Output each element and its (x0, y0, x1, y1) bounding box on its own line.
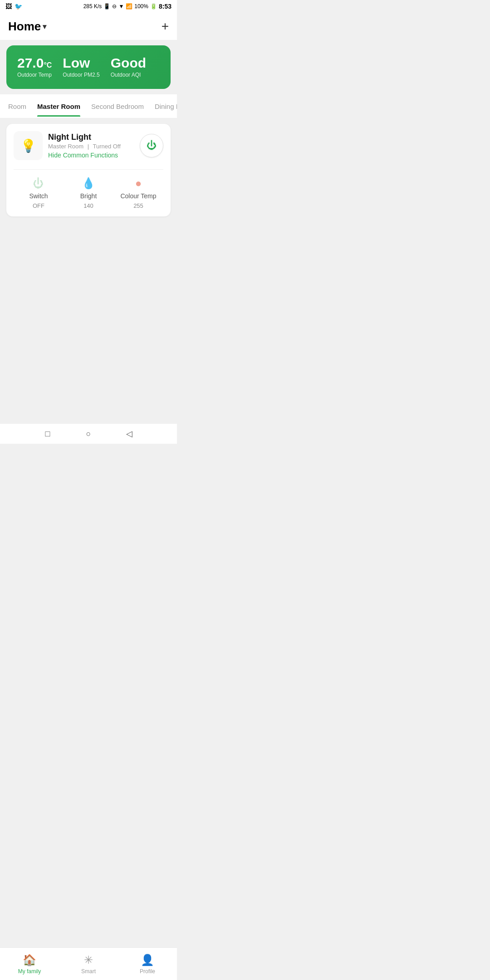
pm25-widget: Low Outdoor PM2.5 (63, 56, 99, 78)
aqi-value: Good (111, 56, 146, 70)
device-location-status: Master Room | Turned Off (48, 143, 134, 150)
tab-room[interactable]: Room (3, 96, 32, 117)
night-light-card: 💡 Night Light Master Room | Turned Off H… (6, 124, 171, 216)
weather-card: 27.0°C Outdoor Temp Low Outdoor PM2.5 Go… (6, 45, 171, 89)
power-icon: ⏻ (147, 140, 157, 152)
square-icon: □ (45, 429, 50, 439)
gallery-icon: 🖼 (5, 3, 12, 10)
tab-dining-room[interactable]: Dining Ro... (149, 96, 177, 117)
device-info: Night Light Master Room | Turned Off Hid… (48, 132, 134, 159)
colour-temp-value: 255 (133, 202, 143, 209)
pm25-value: Low (63, 56, 99, 70)
signal-icon: 📶 (126, 3, 132, 10)
switch-control[interactable]: ⏻ Switch OFF (14, 177, 64, 209)
home-button[interactable]: ○ (83, 428, 94, 439)
status-left-icons: 🖼 🐦 (5, 3, 22, 10)
back-icon: ◁ (126, 429, 132, 439)
system-navigation-bar: □ ○ ◁ (0, 423, 177, 444)
device-controls: ⏻ Switch OFF 💧 Bright 140 ● Colour Temp … (14, 169, 163, 209)
brightness-icon: 💧 (82, 177, 95, 190)
twitter-icon: 🐦 (15, 3, 22, 10)
clock: 8:53 (159, 3, 172, 10)
brightness-control[interactable]: 💧 Bright 140 (64, 177, 113, 209)
aqi-label: Outdoor AQI (111, 72, 146, 78)
app-header: Home ▾ + (0, 13, 177, 40)
colour-temp-label: Colour Temp (120, 192, 156, 200)
tab-master-room[interactable]: Master Room (32, 96, 86, 117)
temperature-widget: 27.0°C Outdoor Temp (17, 56, 52, 78)
wifi-icon: ▼ (118, 3, 124, 10)
status-bar: 🖼 🐦 285 K/s 📱 ⊖ ▼ 📶 100% 🔋 8:53 (0, 0, 177, 13)
add-device-button[interactable]: + (162, 19, 169, 34)
back-button[interactable]: ◁ (124, 428, 135, 439)
minus-icon: ⊖ (112, 3, 117, 10)
device-icon-container: 💡 (14, 131, 43, 160)
tab-second-bedroom[interactable]: Second Bedroom (86, 96, 149, 117)
bright-value: 140 (83, 202, 93, 209)
aqi-widget: Good Outdoor AQI (111, 56, 146, 78)
colour-temp-control[interactable]: ● Colour Temp 255 (113, 177, 163, 209)
chevron-down-icon: ▾ (43, 22, 46, 31)
device-location: Master Room (48, 143, 83, 150)
switch-icon: ⏻ (33, 177, 44, 190)
outdoor-temp-value: 27.0°C (17, 56, 52, 70)
hide-common-functions-button[interactable]: Hide Common Functions (48, 152, 134, 159)
outdoor-temp-label: Outdoor Temp (17, 72, 52, 78)
switch-value: OFF (33, 202, 44, 209)
home-title[interactable]: Home ▾ (8, 20, 46, 34)
battery-icon: 🔋 (150, 3, 157, 10)
room-tabs: Room Master Room Second Bedroom Dining R… (0, 94, 177, 118)
pm25-label: Outdoor PM2.5 (63, 72, 99, 78)
home-title-text: Home (8, 20, 41, 34)
colour-temp-icon: ● (135, 177, 142, 190)
status-right-info: 285 K/s 📱 ⊖ ▼ 📶 100% 🔋 8:53 (83, 3, 172, 10)
main-content: 💡 Night Light Master Room | Turned Off H… (0, 118, 177, 391)
network-speed: 285 K/s (83, 3, 102, 10)
device-name: Night Light (48, 132, 134, 142)
device-header: 💡 Night Light Master Room | Turned Off H… (14, 131, 163, 160)
phone-icon: 📱 (103, 3, 110, 10)
device-status: Turned Off (93, 143, 120, 150)
power-toggle-button[interactable]: ⏻ (140, 134, 163, 157)
lightbulb-icon: 💡 (20, 138, 36, 153)
bright-label: Bright (80, 192, 97, 200)
recents-button[interactable]: □ (42, 428, 53, 439)
battery-percent: 100% (134, 3, 148, 10)
switch-label: Switch (29, 192, 48, 200)
circle-icon: ○ (86, 429, 91, 439)
